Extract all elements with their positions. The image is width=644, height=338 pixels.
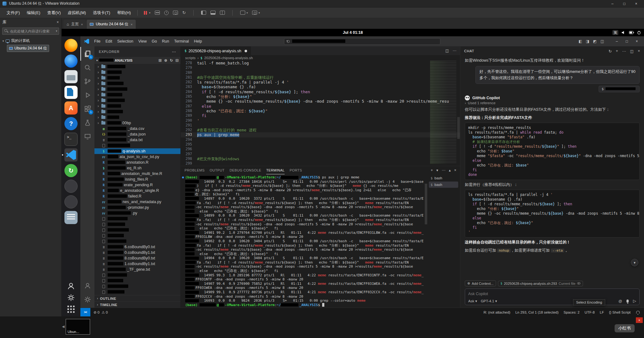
status-item-r[interactable]: R: (not attached): [484, 310, 510, 314]
activity-remote-explorer-icon[interactable]: [80, 130, 94, 143]
mode-picker[interactable]: Ask ▾: [468, 299, 477, 303]
remote-indicator[interactable]: ><: [80, 308, 90, 316]
explorer-item[interactable]: [94, 216, 180, 222]
explorer-item[interactable]: {}_data.json: [94, 131, 180, 137]
vscode-menu-run[interactable]: Run: [160, 38, 172, 45]
toggle-sidebar-icon[interactable]: ◧: [579, 39, 582, 44]
explorer-item[interactable]: ›: [94, 98, 180, 103]
dock-firefox-icon[interactable]: [64, 39, 78, 52]
dock-terminal-icon[interactable]: [64, 133, 78, 146]
send-icon[interactable]: ▷: [633, 299, 636, 303]
explorer-item[interactable]: ›: [94, 69, 180, 75]
explorer-item[interactable]: Rannotation_multi_line.R: [94, 171, 180, 177]
explorer-item[interactable]: pynes_and_metadata.py: [94, 199, 180, 205]
explorer-item[interactable]: [94, 222, 180, 227]
toggle-panel-icon[interactable]: ◨: [586, 39, 589, 44]
account-icon[interactable]: [80, 279, 94, 293]
minimize-icon[interactable]: –: [612, 39, 621, 44]
mention-icon[interactable]: @: [618, 299, 622, 303]
command-center-search[interactable]: [284, 38, 440, 45]
maximize-icon[interactable]: □: [619, 1, 630, 7]
explorer-item[interactable]: Rerate_pending.R: [94, 182, 180, 188]
more-actions-icon[interactable]: ⋯: [453, 49, 456, 53]
fullscreen-icon[interactable]: [240, 11, 245, 15]
dock-app-a-icon[interactable]: [64, 180, 78, 193]
status-item-ln[interactable]: Ln 293, Col 1 (18 selected): [515, 310, 559, 314]
vmware-menu-3[interactable]: 虚拟机(M): [64, 8, 89, 18]
chevron-left-icon[interactable]: ◀: [62, 325, 64, 329]
vmware-menu-2[interactable]: 查看(V): [44, 8, 64, 18]
dock-app-b-icon[interactable]: [64, 195, 78, 208]
new-chat-icon[interactable]: +: [616, 49, 618, 54]
references-row[interactable]: › Used 1 reference: [465, 101, 640, 105]
history-icon[interactable]: ↻: [609, 49, 612, 54]
settings-gear-icon[interactable]: [80, 293, 94, 306]
close-icon[interactable]: ×: [638, 49, 640, 54]
show-thumbnail-bar-icon[interactable]: [210, 11, 216, 15]
dock-help-icon[interactable]: [64, 117, 78, 130]
explorer-item[interactable]: ≡6.coBoundBy0.txt: [94, 244, 180, 250]
dock-vscode-icon[interactable]: [64, 148, 78, 161]
status-item-utf-8[interactable]: UTF-8: [585, 310, 595, 314]
scroll-to-bottom-button[interactable]: ▾: [631, 259, 638, 266]
explorer-item[interactable]: ›: [94, 109, 180, 115]
terminal[interactable]: (base) @-VMware-Virtual-Platform:~/_ANAL…: [181, 174, 460, 308]
editor-tab[interactable]: $ 20250628-chipseq-analysis.sh: [181, 46, 251, 55]
vscode-menu-edit[interactable]: Edit: [103, 38, 115, 45]
vscode-menu-selection[interactable]: Selection: [115, 38, 136, 45]
code-editor[interactable]: 278tail -f meme_batch.log279280281#由于中途因…: [181, 61, 460, 166]
vscode-menu-view[interactable]: View: [136, 38, 149, 45]
activity-run-debug-icon[interactable]: [80, 88, 94, 102]
open-in-editor-icon[interactable]: ◫: [630, 49, 634, 54]
breadcrumb-dir[interactable]: scripts: [185, 56, 195, 60]
explorer-item[interactable]: [94, 272, 180, 278]
minimap[interactable]: [430, 61, 456, 164]
split-editor-icon[interactable]: ◫: [445, 49, 449, 53]
current-file-chip[interactable]: $ 20250628-chipseq-analysis.sh:293 Curre…: [498, 281, 583, 286]
model-picker[interactable]: GPT-4.1 ▾: [481, 299, 497, 303]
timeline-section[interactable]: › TIMELINE: [94, 301, 180, 308]
close-icon[interactable]: ×: [81, 23, 83, 26]
explorer-item[interactable]: ≡1.coBoundBy1.txt: [94, 261, 180, 267]
project-root-row[interactable]: ▾ ANALYSIS ⊞ ⊕ ↻ ⊟: [94, 57, 180, 64]
more-actions-icon[interactable]: ⋯: [622, 49, 626, 54]
activity-testing-icon[interactable]: [80, 116, 94, 130]
library-search-input[interactable]: [2, 28, 59, 35]
vmware-menu-1[interactable]: 编辑(E): [23, 8, 44, 18]
power-pause-button[interactable]: ▾: [143, 11, 150, 15]
chat-input-box[interactable]: Ask ▾ GPT-4.1 ▾ @ ▷: [465, 289, 640, 305]
chat-code-block[interactable]: mkdir -p results/meme_resultsls results/…: [465, 123, 640, 180]
breadcrumb-file[interactable]: 20250628-chipseq-analysis.sh: [204, 56, 253, 60]
minimize-icon[interactable]: –: [607, 1, 618, 7]
new-terminal-icon[interactable]: +: [431, 168, 433, 172]
show-library-icon[interactable]: [201, 11, 206, 15]
explorer-item[interactable]: ≡8.coBoundBy0.txt: [94, 255, 180, 261]
explorer-item[interactable]: ›: [94, 75, 180, 81]
explorer-item[interactable]: ›00bp: [94, 120, 180, 126]
chevron-down-icon[interactable]: ▾: [436, 168, 438, 172]
outline-section[interactable]: › OUTLINE: [94, 295, 180, 301]
activity-search-icon[interactable]: [80, 61, 94, 74]
explorer-item[interactable]: ›: [94, 64, 180, 69]
panel-tab-debug-console[interactable]: DEBUG CONSOLE: [230, 166, 261, 174]
explorer-item[interactable]: [94, 278, 180, 284]
explorer-item[interactable]: [94, 143, 180, 148]
status-item-spaces[interactable]: Spaces: 2: [564, 310, 580, 314]
microphone-icon[interactable]: [626, 300, 629, 303]
explorer-item[interactable]: ›: [94, 115, 180, 120]
console-view-icon[interactable]: [220, 11, 225, 15]
explorer-item[interactable]: ≡_TF_gene.txt: [94, 267, 180, 272]
close-icon[interactable]: ×: [632, 39, 641, 44]
terminal-list-item[interactable]: $bash: [429, 175, 458, 181]
settings-gear-icon[interactable]: [67, 294, 75, 301]
dock-files-icon[interactable]: [64, 70, 78, 83]
system-indicators[interactable]: 英: [612, 29, 641, 36]
editor-scrollbar[interactable]: [457, 61, 460, 166]
close-panel-icon[interactable]: ×: [454, 168, 456, 172]
chevron-down-icon[interactable]: ▾: [56, 29, 57, 33]
explorer-item[interactable]: Rissing_files.R: [94, 177, 180, 182]
explorer-item[interactable]: ›: [94, 86, 180, 92]
tab-ubuntu-vm[interactable]: Ubuntu 24.04 64 位 ×: [87, 20, 136, 29]
library-item-ubuntu-vm[interactable]: Ubuntu 24.04 64 位: [7, 45, 49, 52]
chat-code-block[interactable]: ls results/fasta/*.fa | parallel -j 4 ' …: [465, 190, 640, 238]
